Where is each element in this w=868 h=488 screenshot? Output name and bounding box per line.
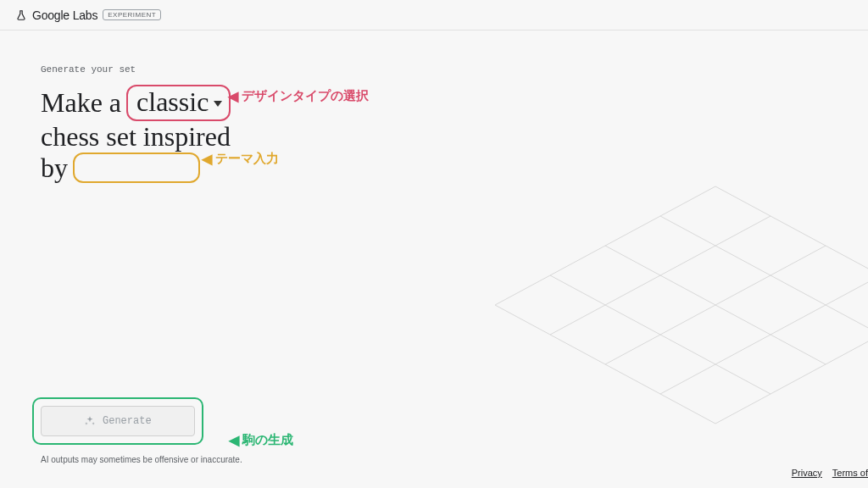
arrow-left-icon: ◀	[229, 432, 239, 448]
annotation-text: 駒の生成	[242, 432, 293, 448]
brand-text: Google Labs	[32, 8, 97, 22]
theme-input[interactable]	[73, 152, 200, 183]
flask-icon	[15, 9, 27, 21]
privacy-link[interactable]: Privacy	[792, 468, 822, 478]
experiment-badge: EXPERIMENT	[103, 9, 161, 20]
generate-section: Generate AI outputs may sometimes be off…	[32, 397, 242, 464]
prompt-part1: Make a	[41, 87, 121, 119]
annotation-text: テーマ入力	[215, 151, 279, 167]
main-content: Generate your set Make a classic chess s…	[0, 30, 868, 183]
generate-button[interactable]: Generate	[41, 406, 195, 436]
arrow-left-icon: ◀	[202, 151, 212, 167]
prompt-part2: chess set inspired	[41, 121, 231, 152]
ai-disclaimer: AI outputs may sometimes be offensive or…	[41, 455, 242, 464]
design-type-dropdown[interactable]: classic	[126, 85, 231, 121]
generate-button-highlight: Generate	[32, 397, 203, 445]
prompt-line-2: chess set inspired	[41, 121, 827, 152]
footer-links: Privacy Terms of	[792, 468, 868, 478]
annotation-theme: ◀ テーマ入力	[202, 151, 279, 167]
generate-button-label: Generate	[103, 415, 152, 427]
chevron-down-icon	[214, 101, 222, 107]
subtitle: Generate your set	[41, 64, 827, 75]
prompt-line-1: Make a classic	[41, 85, 827, 121]
annotation-generate: ◀ 駒の生成	[229, 432, 293, 448]
annotation-design-type: ◀ デザインタイプの選択	[228, 88, 369, 104]
sparkle-icon	[84, 415, 96, 427]
annotation-text: デザインタイプの選択	[242, 88, 369, 104]
arrow-left-icon: ◀	[228, 88, 238, 104]
dropdown-value: classic	[136, 86, 209, 118]
logo-group: Google Labs EXPERIMENT	[15, 8, 161, 22]
terms-link[interactable]: Terms of	[832, 468, 868, 478]
chess-board-grid	[461, 169, 868, 488]
prompt-part3: by	[41, 152, 68, 184]
app-header: Google Labs EXPERIMENT	[0, 0, 868, 30]
